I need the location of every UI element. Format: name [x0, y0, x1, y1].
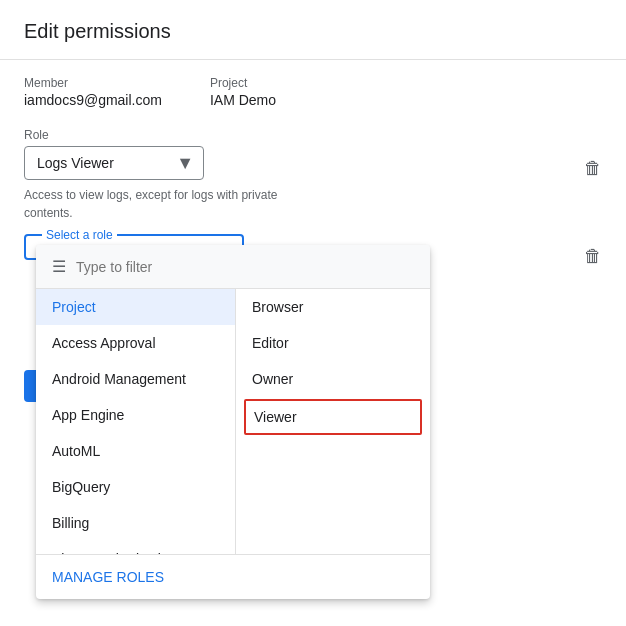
category-item-bigquery[interactable]: BigQuery: [36, 469, 235, 505]
category-item-binary-authorization[interactable]: Binary Authorization: [36, 541, 235, 554]
page-header: Edit permissions: [0, 0, 626, 60]
page-content: Member iamdocs9@gmail.com Project IAM De…: [0, 60, 626, 250]
role-item-viewer[interactable]: Viewer: [244, 399, 422, 435]
page-container: Edit permissions Member iamdocs9@gmail.c…: [0, 0, 626, 626]
project-value: IAM Demo: [210, 92, 276, 108]
select-role-legend: Select a role: [42, 228, 117, 242]
role-item-editor[interactable]: Editor: [236, 325, 430, 361]
member-group: Member iamdocs9@gmail.com: [24, 76, 162, 108]
role-select-wrapper: Logs Viewer ▼: [24, 146, 204, 180]
filter-icon: ☰: [52, 257, 66, 276]
delete-role-button-2[interactable]: 🗑: [584, 246, 602, 267]
role-dropdown-panel: ☰ Project Access Approval Android Manage…: [36, 245, 430, 599]
delete-role-button-1[interactable]: 🗑: [584, 158, 602, 179]
member-value: iamdocs9@gmail.com: [24, 92, 162, 108]
dropdown-columns: Project Access Approval Android Manageme…: [36, 289, 430, 554]
page-title: Edit permissions: [24, 20, 602, 43]
project-group: Project IAM Demo: [210, 76, 276, 108]
manage-roles-link[interactable]: MANAGE ROLES: [36, 554, 430, 599]
category-item-project[interactable]: Project: [36, 289, 235, 325]
role-item-owner[interactable]: Owner: [236, 361, 430, 397]
meta-row: Member iamdocs9@gmail.com Project IAM De…: [24, 76, 602, 108]
project-label: Project: [210, 76, 276, 90]
category-item-app-engine[interactable]: App Engine: [36, 397, 235, 433]
filter-input[interactable]: [76, 259, 414, 275]
category-item-access-approval[interactable]: Access Approval: [36, 325, 235, 361]
categories-list: Project Access Approval Android Manageme…: [36, 289, 236, 554]
role-item-browser[interactable]: Browser: [236, 289, 430, 325]
category-item-android-management[interactable]: Android Management: [36, 361, 235, 397]
category-item-automl[interactable]: AutoML: [36, 433, 235, 469]
filter-bar: ☰: [36, 245, 430, 289]
role-label: Role: [24, 128, 602, 142]
role-description: Access to view logs, except for logs wit…: [24, 186, 304, 222]
role-section: Role Logs Viewer ▼ Access to view logs, …: [24, 128, 602, 222]
member-label: Member: [24, 76, 162, 90]
role-select[interactable]: Logs Viewer: [24, 146, 204, 180]
roles-list: Browser Editor Owner Viewer: [236, 289, 430, 554]
category-item-billing[interactable]: Billing: [36, 505, 235, 541]
